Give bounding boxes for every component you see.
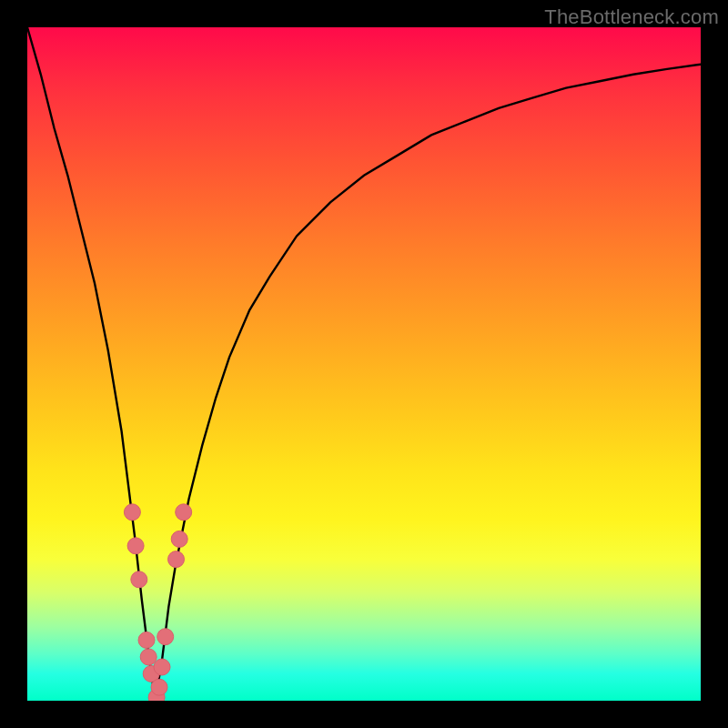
chart-plot-area xyxy=(27,27,701,701)
data-marker xyxy=(157,629,174,645)
data-marker xyxy=(154,659,170,675)
data-marker xyxy=(131,571,147,588)
data-marker xyxy=(176,504,192,521)
data-marker xyxy=(168,551,185,568)
data-marker xyxy=(124,504,140,521)
data-marker xyxy=(151,679,167,695)
data-marker xyxy=(171,531,187,547)
chart-svg xyxy=(27,27,701,701)
data-marker xyxy=(127,538,144,554)
bottleneck-curve xyxy=(27,27,701,701)
data-marker xyxy=(138,632,155,648)
data-marker xyxy=(140,649,157,665)
watermark-text: TheBottleneck.com xyxy=(544,5,719,29)
